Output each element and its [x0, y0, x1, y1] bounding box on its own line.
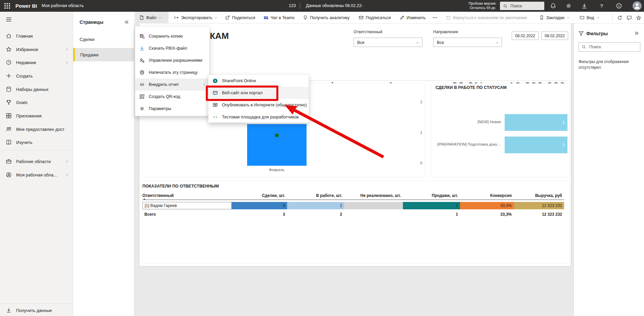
col-header-owner[interactable]: Ответственный [142, 191, 232, 200]
submenu-item-developer-playground[interactable]: Тестовая площадка для разработчиков [209, 111, 309, 123]
refresh-icon[interactable] [617, 15, 623, 20]
col-header-inwork[interactable]: В работе, шт. [287, 191, 344, 200]
cell-owner-name[interactable]: [1] Вадим Гареев [142, 202, 232, 209]
export-icon [174, 15, 179, 20]
file-menu-button[interactable]: Файл [135, 12, 169, 23]
owners-table-title: ПОКАЗАТЕЛИ ПО ОТВЕТСТВЕННЫМ [142, 184, 219, 189]
status-bar1[interactable]: 1 [505, 114, 567, 131]
nav-item-datasets[interactable]: Наборы данных [0, 83, 73, 95]
chevron-down-icon [158, 16, 162, 19]
menu-item-settings[interactable]: Параметры [135, 103, 209, 115]
nav-item-get-data[interactable]: Получить данные [0, 304, 73, 316]
search-input[interactable]: Поиск [500, 2, 544, 10]
nav-item-workspaces[interactable]: Рабочие области [0, 155, 73, 167]
feedback-smiley-icon[interactable] [616, 3, 622, 9]
export-button[interactable]: Экспортировать [174, 12, 218, 23]
owners-table[interactable]: ПОКАЗАТЕЛИ ПО ОТВЕТСТВЕННЫМ Ответственны… [139, 181, 571, 263]
gear-icon [139, 106, 145, 111]
nav-item-create[interactable]: Создать [0, 70, 73, 82]
table-total-row: Всего 3 2 1 33,3% 12 323 232 [142, 211, 564, 218]
nav-item-apps[interactable]: Приложения [0, 110, 73, 122]
table-row[interactable]: [1] Вадим Гареев 3 2 1 33,3% 12 323 232 [142, 202, 564, 209]
save-copy-icon [139, 34, 145, 39]
total-sales: 1 [403, 211, 460, 218]
chevron-right-icon[interactable] [65, 160, 69, 163]
settings-gear-icon[interactable] [565, 3, 572, 9]
total-deals: 3 [232, 211, 287, 218]
power-bi-app: Power BI Моя рабочая область 123 Данные … [0, 0, 644, 316]
col-header-deals[interactable]: Сделки, шт. [232, 191, 287, 200]
date-to-input[interactable]: 08.02.2022 [541, 32, 568, 40]
bookmarks-button[interactable]: Закладки [539, 12, 570, 23]
menu-item-download-pbix[interactable]: Скачать PBIX-файл [135, 42, 209, 54]
chevron-right-icon[interactable] [65, 48, 69, 51]
collapse-pages-icon[interactable] [124, 20, 129, 24]
comments-icon[interactable] [627, 15, 632, 20]
menu-item-embed-report[interactable]: Внедрить отчет [135, 78, 209, 91]
favorite-star-icon[interactable] [636, 15, 641, 20]
owner-filter-dropdown[interactable]: Все [354, 38, 422, 47]
menu-item-save-copy[interactable]: Сохранить копию [135, 30, 209, 42]
nav-item-favorites[interactable]: Избранное [0, 43, 73, 55]
nav-item-shared-with-me[interactable]: Мне предоставлен доступ [0, 123, 73, 135]
nav-item-learn[interactable]: Изучить [0, 136, 73, 148]
nav-item-recent[interactable]: Недавние [0, 56, 73, 68]
get-insights-button[interactable]: Получить аналитику [303, 12, 350, 23]
chevron-down-icon[interactable] [65, 173, 69, 177]
status-chart[interactable]: СДЕЛКИ В РАБОТЕ ПО СТАТУСАМ [NEW] Новая … [431, 83, 571, 177]
menu-item-create-qr[interactable]: Создать QR-код [135, 91, 209, 103]
chevron-right-icon[interactable] [65, 61, 69, 64]
bookmark-icon [539, 15, 544, 20]
y-tick-2: 2 [412, 100, 422, 104]
status-bar2[interactable]: 1 [505, 137, 567, 153]
direction-filter-dropdown[interactable]: Все [433, 38, 502, 47]
sales-dot-marker[interactable] [275, 134, 279, 137]
pages-panel: Страницы Сделки Продажи [73, 12, 134, 316]
expand-filters-icon[interactable] [634, 31, 639, 36]
total-conversion: 33,3% [460, 211, 514, 218]
waffle-menu-icon[interactable] [4, 3, 10, 9]
edit-button[interactable]: Изменить [400, 12, 425, 23]
left-navigation: Главная Избранное Недавние Создать Набор… [0, 12, 73, 316]
sort-asc-icon [143, 198, 146, 200]
avatar[interactable] [633, 1, 642, 10]
filters-search-input[interactable]: Поиск [579, 42, 640, 52]
cell-revenue: 12 323 232 [514, 202, 564, 209]
owner-filter-label: Ответственный [354, 30, 382, 34]
app-title[interactable]: Power BI [15, 3, 37, 9]
submenu-item-sharepoint[interactable]: SharePoint Online [209, 75, 309, 87]
chevron-down-icon [495, 41, 499, 45]
nav-item-goals[interactable]: Goals [0, 96, 73, 108]
page-tab-deals[interactable]: Сделки [73, 33, 134, 45]
hamburger-menu-icon[interactable] [5, 16, 12, 23]
col-header-conversion[interactable]: Конверсия [460, 191, 514, 200]
nav-item-home[interactable]: Главная [0, 30, 73, 42]
reset-icon [446, 15, 451, 20]
chevron-down-icon[interactable] [360, 4, 364, 8]
menu-item-print-page[interactable]: Напечатать эту страницу [135, 66, 209, 78]
subscribe-button[interactable]: Подписаться [359, 12, 391, 23]
status-bar2-label: [PREPARATION] Подготовка доку… [435, 142, 501, 146]
help-icon[interactable] [598, 3, 605, 9]
reset-to-default-button[interactable]: Вернуться к значениям по умолчанию [446, 12, 527, 23]
workspace-breadcrumb[interactable]: Моя рабочая область [42, 3, 84, 8]
col-header-revenue[interactable]: Выручка, руб [514, 191, 564, 200]
data-updated-label[interactable]: Данные обновлены 08.02.22 [306, 3, 361, 8]
nav-item-my-workspace[interactable]: Моя рабочая обла... [0, 169, 73, 181]
page-tab-sales-selected[interactable]: Продажи [73, 48, 134, 61]
more-options-button[interactable] [432, 12, 438, 23]
menu-item-manage-permissions[interactable]: Управление разрешениями [135, 54, 209, 66]
col-header-notrealized[interactable]: Не реализовано, шт. [344, 191, 403, 200]
share-button[interactable]: Поделиться [225, 12, 255, 23]
notifications-bell-icon[interactable] [550, 3, 556, 9]
download-icon[interactable] [581, 3, 588, 9]
briefcase-icon [6, 158, 12, 164]
clock-icon [6, 59, 12, 65]
col-header-sales[interactable]: Продажи, шт. [403, 191, 460, 200]
view-button[interactable]: Вид [580, 12, 600, 23]
chevron-down-icon [214, 16, 218, 19]
total-notrealized [344, 211, 403, 218]
date-from-input[interactable]: 08.02.2022 [512, 32, 539, 40]
teams-chat-button[interactable]: Чат в Teams [263, 12, 294, 23]
month-bar-february[interactable] [247, 124, 307, 166]
